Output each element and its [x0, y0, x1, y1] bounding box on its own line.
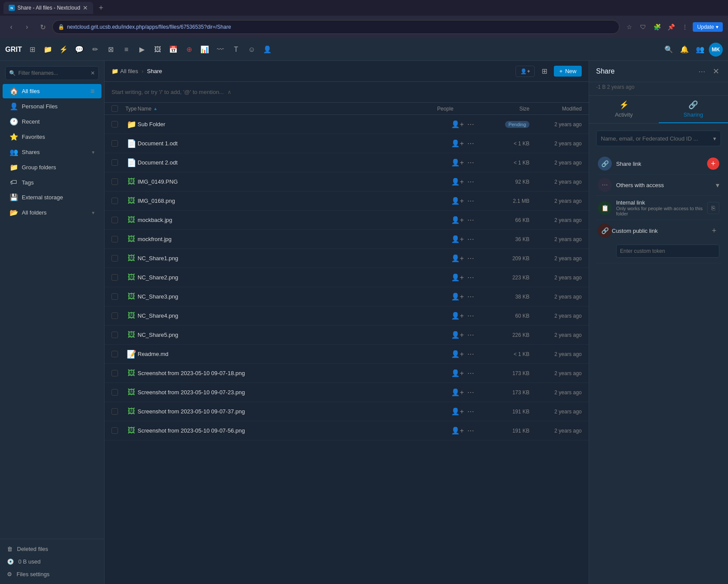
- header-name[interactable]: Name ▲: [138, 106, 437, 112]
- file-share-button[interactable]: 👤+: [451, 120, 464, 128]
- table-row[interactable]: 🖼 NC_Share3.png 👤+ ⋯ 38 KB 2 years ago: [104, 287, 589, 306]
- file-more-button[interactable]: ⋯: [467, 331, 474, 339]
- file-share-button[interactable]: 👤+: [451, 369, 464, 377]
- file-more-button[interactable]: ⋯: [467, 254, 474, 262]
- table-row[interactable]: 🖼 mockback.jpg 👤+ ⋯ 66 KB 2 years ago: [104, 211, 589, 230]
- file-share-button[interactable]: 👤+: [451, 331, 464, 339]
- active-tab[interactable]: N Share - All files - Nextcloud ✕: [3, 2, 93, 14]
- note-collapse-button[interactable]: ∧: [227, 89, 232, 95]
- file-more-button[interactable]: ⋯: [467, 388, 474, 396]
- file-share-button[interactable]: 👤+: [451, 216, 464, 224]
- file-more-button[interactable]: ⋯: [467, 273, 474, 282]
- file-more-button[interactable]: ⋯: [467, 292, 474, 301]
- file-more-button[interactable]: ⋯: [467, 139, 474, 148]
- profile-icon[interactable]: 👤: [260, 43, 274, 57]
- row-checkbox-2[interactable]: [111, 159, 118, 166]
- share-link-add-button[interactable]: +: [707, 158, 719, 170]
- file-share-button[interactable]: 👤+: [451, 292, 464, 301]
- shield-icon[interactable]: 🛡: [637, 21, 649, 33]
- sidebar-item-shares[interactable]: 👥 Shares ▾: [3, 145, 101, 159]
- table-row[interactable]: 🖼 NC_Share5.png 👤+ ⋯ 226 KB 2 years ago: [104, 326, 589, 345]
- reload-button[interactable]: ↻: [37, 21, 49, 33]
- forward-button[interactable]: ›: [21, 21, 33, 33]
- file-share-button[interactable]: 👤+: [451, 426, 464, 435]
- others-expand-icon[interactable]: ▾: [716, 181, 719, 189]
- bookmark-button[interactable]: ☆: [623, 21, 635, 33]
- row-checkbox-11[interactable]: [111, 332, 118, 338]
- sidebar-collapse-icon[interactable]: ≡: [91, 87, 94, 95]
- table-row[interactable]: 🖼 Screenshot from 2023-05-10 09-07-56.pn…: [104, 421, 589, 440]
- file-share-button[interactable]: 👤+: [451, 388, 464, 396]
- note-area[interactable]: Start writing, or try '/' to add, '@' to…: [104, 82, 589, 103]
- file-more-button[interactable]: ⋯: [467, 235, 474, 243]
- breadcrumb-all-files[interactable]: 📁 All files: [111, 68, 138, 74]
- present-icon[interactable]: ▶: [135, 43, 149, 57]
- filter-clear-icon[interactable]: ✕: [91, 70, 95, 76]
- table-row[interactable]: 🖼 NC_Share4.png 👤+ ⋯ 60 KB 2 years ago: [104, 306, 589, 326]
- table-row[interactable]: 🖼 Screenshot from 2023-05-10 09-07-18.pn…: [104, 364, 589, 383]
- chat-icon[interactable]: 💬: [72, 43, 86, 57]
- file-share-button[interactable]: 👤+: [451, 158, 464, 167]
- sidebar-item-group-folders[interactable]: 📁 Group folders: [3, 160, 101, 175]
- wave-icon[interactable]: 〰: [213, 43, 227, 57]
- extensions-button[interactable]: 🧩: [651, 21, 663, 33]
- photo-icon[interactable]: 🖼: [151, 43, 165, 57]
- row-checkbox-13[interactable]: [111, 370, 118, 376]
- row-checkbox-4[interactable]: [111, 198, 118, 204]
- sidebar-item-settings[interactable]: ⚙ Files settings: [0, 568, 104, 581]
- edit-icon[interactable]: ✏: [88, 43, 102, 57]
- file-more-button[interactable]: ⋯: [467, 158, 474, 167]
- calendar-icon[interactable]: 📅: [166, 43, 180, 57]
- row-checkbox-16[interactable]: [111, 427, 118, 434]
- table-row[interactable]: 📄 Document 2.odt 👤+ ⋯ < 1 KB 2 years ago: [104, 153, 589, 172]
- update-button[interactable]: Update ▾: [693, 22, 723, 32]
- file-more-button[interactable]: ⋯: [467, 120, 474, 128]
- row-checkbox-5[interactable]: [111, 217, 118, 223]
- filename-filter[interactable]: 🔍 ✕: [5, 66, 99, 80]
- file-more-button[interactable]: ⋯: [467, 369, 474, 377]
- back-button[interactable]: ‹: [5, 21, 17, 33]
- file-share-button[interactable]: 👤+: [451, 235, 464, 243]
- row-checkbox-0[interactable]: [111, 121, 118, 128]
- table-row[interactable]: 📄 Document 1.odt 👤+ ⋯ < 1 KB 2 years ago: [104, 134, 589, 153]
- file-share-button[interactable]: 👤+: [451, 139, 464, 148]
- file-more-button[interactable]: ⋯: [467, 216, 474, 224]
- sidebar-item-all-files[interactable]: 🏠 All files ≡: [3, 84, 101, 98]
- row-checkbox-1[interactable]: [111, 140, 118, 147]
- row-checkbox-15[interactable]: [111, 408, 118, 415]
- row-checkbox-12[interactable]: [111, 351, 118, 357]
- bell-icon[interactable]: 🔔: [677, 43, 691, 57]
- new-tab-button[interactable]: +: [95, 2, 107, 14]
- all-folders-chevron-icon[interactable]: ▾: [92, 210, 94, 216]
- grid-view-button[interactable]: ⊞: [538, 65, 550, 77]
- table-row[interactable]: 🖼 Screenshot from 2023-05-10 09-07-23.pn…: [104, 383, 589, 402]
- t-icon[interactable]: T: [229, 43, 243, 57]
- file-share-button[interactable]: 👤+: [451, 273, 464, 282]
- search-icon[interactable]: 🔍: [662, 43, 676, 57]
- file-more-button[interactable]: ⋯: [467, 312, 474, 320]
- apps-icon[interactable]: ⊞: [25, 43, 39, 57]
- add-member-button[interactable]: 👤+: [516, 66, 535, 77]
- shares-chevron-icon[interactable]: ▾: [92, 149, 94, 155]
- tab-close-button[interactable]: ✕: [83, 4, 88, 11]
- lightning-icon[interactable]: ⚡: [57, 43, 71, 57]
- row-checkbox-7[interactable]: [111, 255, 118, 262]
- table-row[interactable]: 🖼 mockfront.jpg 👤+ ⋯ 36 KB 2 years ago: [104, 230, 589, 249]
- pin-button[interactable]: 📌: [665, 21, 677, 33]
- grid-icon[interactable]: ⊠: [104, 43, 118, 57]
- file-share-button[interactable]: 👤+: [451, 254, 464, 262]
- table-row[interactable]: 🖼 IMG_0168.png 👤+ ⋯ 2.1 MB 2 years ago: [104, 191, 589, 211]
- sidebar-item-all-folders[interactable]: 📂 All folders ▾: [3, 205, 101, 220]
- table-row[interactable]: 🖼 NC_Share1.png 👤+ ⋯ 209 KB 2 years ago: [104, 249, 589, 268]
- custom-link-add-button[interactable]: +: [709, 225, 719, 236]
- menu-button[interactable]: ⋮: [679, 21, 691, 33]
- file-more-button[interactable]: ⋯: [467, 426, 474, 435]
- files-icon[interactable]: 📁: [41, 43, 55, 57]
- file-more-button[interactable]: ⋯: [467, 178, 474, 186]
- tab-activity[interactable]: ⚡ Activity: [589, 96, 659, 123]
- custom-token-input[interactable]: [616, 245, 719, 258]
- table-row[interactable]: 📁 Sub Folder 👤+ ⋯ Pending 2 years ago: [104, 115, 589, 134]
- file-share-button[interactable]: 👤+: [451, 407, 464, 416]
- panel-title-input[interactable]: [596, 67, 693, 75]
- table-row[interactable]: 🖼 NC_Share2.png 👤+ ⋯ 223 KB 2 years ago: [104, 268, 589, 287]
